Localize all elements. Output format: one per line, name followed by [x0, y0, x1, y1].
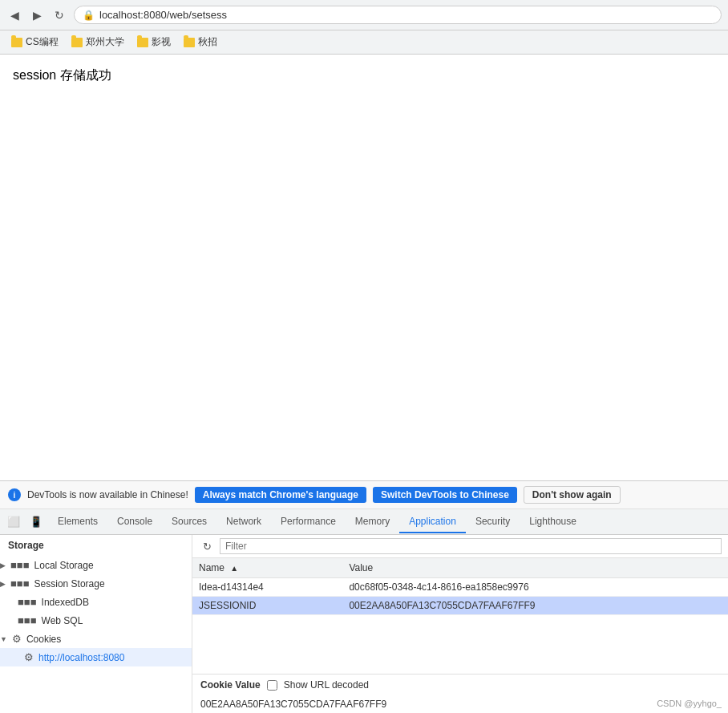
row-name-1: Idea-d14314e4: [192, 578, 342, 597]
sidebar-item-session-storage[interactable]: ▶ ■■■ Session Storage: [0, 574, 192, 593]
sidebar-item-localhost[interactable]: ⚙ http://localhost:8080: [0, 648, 192, 666]
local-storage-label: Local Storage: [34, 560, 184, 571]
column-value[interactable]: Value: [342, 558, 728, 578]
localhost-icon: ⚙: [24, 651, 34, 663]
storage-section-header: Storage: [0, 535, 192, 556]
bookmark-zhengzhou-label: 郑州大学: [86, 35, 124, 49]
show-url-decoded-label: Show URL decoded: [284, 679, 369, 691]
bookmark-cs[interactable]: CS编程: [6, 34, 63, 51]
match-language-button[interactable]: Always match Chrome's language: [195, 487, 366, 503]
local-storage-icon: ■■■: [10, 559, 30, 571]
devtools-main: ↻ Name ▲ Value: [192, 535, 728, 713]
expand-session-storage-icon: ▶: [0, 580, 6, 588]
inspect-element-button[interactable]: ⬜: [3, 512, 24, 533]
bookmarks-bar: CS编程 郑州大学 影视 秋招: [0, 30, 728, 55]
table-row[interactable]: Idea-d14314e4 d0c68f05-0348-4c14-8616-ea…: [192, 578, 728, 597]
cookies-icon: ⚙: [12, 633, 22, 645]
notification-text: DevTools is now available in Chinese!: [27, 489, 188, 500]
folder-icon-video: [137, 38, 148, 47]
tab-network[interactable]: Network: [216, 511, 271, 533]
bookmark-zhengzhou[interactable]: 郑州大学: [67, 34, 129, 51]
row-value-2: 00E2AA8A50FA13C7055CDA7FAAF67FF9: [342, 597, 728, 615]
info-icon: i: [8, 488, 21, 501]
expand-local-storage-icon: ▶: [0, 561, 6, 569]
bookmark-video-label: 影视: [152, 35, 171, 49]
tab-security[interactable]: Security: [466, 511, 520, 533]
address-bar[interactable]: 🔒 localhost:8080/web/setsess: [74, 6, 722, 24]
dont-show-again-button[interactable]: Don't show again: [524, 486, 621, 504]
tab-lighthouse[interactable]: Lighthouse: [520, 511, 586, 533]
sort-asc-icon: ▲: [230, 564, 238, 573]
reload-button[interactable]: ↻: [51, 7, 67, 23]
filter-bar: ↻: [192, 535, 728, 558]
devtools-notification: i DevTools is now available in Chinese! …: [0, 481, 728, 509]
devtools-body: Storage ▶ ■■■ Local Storage ▶ ■■■ Sessio…: [0, 535, 728, 713]
bookmark-cs-label: CS编程: [26, 35, 59, 49]
websql-icon: ■■■: [18, 614, 37, 626]
column-name[interactable]: Name ▲: [192, 558, 342, 578]
devtools-tabs: ⬜ 📱 Elements Console Sources Network Per…: [0, 509, 728, 535]
back-button[interactable]: ◀: [6, 7, 22, 23]
filter-input[interactable]: [220, 538, 722, 554]
tab-console[interactable]: Console: [107, 511, 162, 533]
page-content: session 存储成功: [0, 55, 728, 480]
tab-sources[interactable]: Sources: [162, 511, 216, 533]
device-toolbar-button[interactable]: 📱: [26, 512, 47, 533]
sidebar-item-websql[interactable]: ■■■ Web SQL: [0, 611, 192, 630]
show-url-decoded-checkbox[interactable]: [267, 680, 277, 691]
cookie-value-content: 00E2AA8A50FA13C7055CDA7FAAF67FF9: [192, 695, 728, 713]
cookies-label: Cookies: [26, 634, 184, 645]
indexeddb-label: IndexedDB: [42, 597, 184, 608]
tab-memory[interactable]: Memory: [346, 511, 399, 533]
switch-chinese-button[interactable]: Switch DevTools to Chinese: [373, 487, 517, 503]
expand-cookies-icon: ▼: [0, 635, 7, 643]
cookie-value-label: Cookie Value: [200, 679, 261, 691]
indexeddb-icon: ■■■: [18, 596, 37, 608]
row-value-1: d0c68f05-0348-4c14-8616-ea1858ec9976: [342, 578, 728, 597]
url-text: localhost:8080/web/setsess: [99, 9, 227, 21]
folder-icon-cs: [11, 38, 22, 47]
browser-toolbar: ◀ ▶ ↻ 🔒 localhost:8080/web/setsess: [0, 0, 728, 30]
websql-label: Web SQL: [42, 615, 184, 626]
tab-application[interactable]: Application: [399, 511, 466, 533]
sidebar-item-cookies[interactable]: ▼ ⚙ Cookies: [0, 630, 192, 648]
cookie-value-section: Cookie Value Show URL decoded: [192, 674, 728, 695]
refresh-button[interactable]: ↻: [199, 538, 215, 554]
sidebar-item-local-storage[interactable]: ▶ ■■■ Local Storage: [0, 556, 192, 574]
tab-performance[interactable]: Performance: [271, 511, 346, 533]
devtools-panel: i DevTools is now available in Chinese! …: [0, 480, 728, 713]
folder-icon-job: [184, 38, 195, 47]
devtools-sidebar: Storage ▶ ■■■ Local Storage ▶ ■■■ Sessio…: [0, 535, 192, 713]
forward-button[interactable]: ▶: [29, 7, 45, 23]
watermark: CSDN @yyhgo_: [657, 699, 722, 708]
row-name-2: JSESSIONID: [192, 597, 342, 615]
folder-icon-zhengzhou: [71, 38, 83, 47]
bookmark-job-label: 秋招: [198, 35, 217, 49]
table-row[interactable]: JSESSIONID 00E2AA8A50FA13C7055CDA7FAAF67…: [192, 597, 728, 615]
tab-elements[interactable]: Elements: [48, 511, 107, 533]
session-storage-label: Session Storage: [34, 578, 184, 589]
storage-table: Name ▲ Value Idea-d14314e4 d0c68f05-0348…: [192, 558, 728, 674]
page-title: session 存储成功: [13, 67, 715, 84]
lock-icon: 🔒: [83, 10, 95, 21]
sidebar-item-indexeddb[interactable]: ■■■ IndexedDB: [0, 593, 192, 611]
bookmark-job[interactable]: 秋招: [179, 34, 222, 51]
session-storage-icon: ■■■: [10, 577, 30, 589]
bookmark-video[interactable]: 影视: [132, 34, 176, 51]
localhost-label: http://localhost:8080: [38, 652, 184, 663]
